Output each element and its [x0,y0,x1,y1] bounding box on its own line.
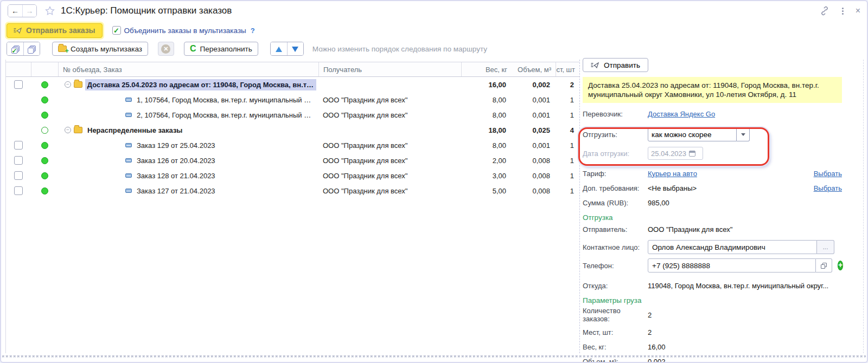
more-menu-icon[interactable] [842,8,844,15]
back-button[interactable]: ← [8,5,22,17]
status-green-icon [41,142,48,149]
send-button[interactable]: Отправить [583,58,648,72]
col-route-order[interactable]: № объезда, Заказ [58,62,318,76]
phone-copy-button[interactable] [816,258,832,273]
row-places: 1 [556,141,579,150]
carrier-label: Перевозчик: [583,110,648,118]
contact-more-button[interactable]: ... [817,240,834,254]
ship-input[interactable] [648,128,737,141]
merge-multiorders-checkbox[interactable]: ✓ Объединить заказы в мультизаказы ? [112,26,255,35]
row-name[interactable]: 1, 107564, Город Москва, вн.тер.г. муниц… [135,94,316,106]
row-name[interactable]: Заказ 128 от 21.04.2023 [135,170,218,182]
checkbox-checked-icon: ✓ [112,26,121,35]
col-weight[interactable]: Вес, кг [461,62,512,76]
row-volume: 0,008 [512,157,556,165]
tariff-link[interactable]: Курьер на авто [648,170,697,178]
row-weight: 8,00 [461,141,512,150]
requirements-choose-link[interactable]: Выбрать [814,184,842,192]
cancel-circle-icon: ✕ [161,44,170,54]
row-weight: 3,00 [461,172,512,180]
row-recipient: ООО "Праздник для всех" [318,96,461,104]
weight-value: 16,00 [648,343,666,351]
table-row[interactable]: − Нераспределенные заказы 18,00 0,025 4 [6,122,579,138]
row-volume: 0,008 [512,172,556,180]
row-checkbox[interactable] [14,171,23,180]
list-toolbar: ✓ + Создать мультизаказ ✕ C Перезаполнит… [7,41,861,56]
send-orders-button[interactable]: Отправить заказы [7,23,103,38]
move-up-button[interactable] [271,42,287,56]
row-checkbox[interactable] [14,80,23,89]
nav-history-group: ← → [8,4,37,17]
refill-button[interactable]: C Перезаполнить [184,42,258,56]
orders-count-label: Количество заказов: [583,307,648,323]
col-volume[interactable]: Объем, м³ [512,62,556,76]
status-green-icon [41,157,48,164]
sum-label: Сумма (RUB): [583,199,648,207]
row-recipient: ООО "Праздник для всех" [318,157,461,165]
row-name[interactable]: Заказ 127 от 21.04.2023 [135,185,218,197]
phone-input[interactable] [648,258,816,273]
dropdown-button[interactable] [737,128,750,141]
table-row[interactable]: Заказ 126 от 20.04.2023 ООО "Праздник дл… [6,153,579,168]
shipping-section-header: Отгрузка [583,213,842,222]
help-question-icon[interactable]: ? [251,27,255,35]
arrow-down-icon [292,47,298,52]
favorite-star-icon[interactable] [44,5,55,16]
order-item-icon [125,98,132,102]
ship-label: Отгрузить: [583,131,648,139]
row-volume: 0,001 [512,96,556,104]
row-places: 1 [556,187,579,195]
sender-value: ООО "Праздник для всех" [648,225,732,234]
table-row[interactable]: 1, 107564, Город Москва, вн.тер.г. муниц… [6,92,579,107]
uncheck-all-button[interactable] [23,42,40,56]
row-name[interactable]: Доставка 25.04.2023 по адресам от: 11904… [85,79,316,90]
tariff-choose-link[interactable]: Выбрать [814,170,842,178]
row-name[interactable]: 2, 107564, Город Москва, вн.тер.г. муниц… [135,109,316,121]
carrier-link[interactable]: Доставка Яндекс Go [648,110,715,118]
row-weight: 2,00 [461,157,512,165]
ship-date-field: 25.04.2023 [648,147,703,160]
action-row: Отправить заказы ✓ Объединить заказы в м… [7,23,861,38]
table-row[interactable]: − Доставка 25.04.2023 по адресам от: 119… [6,77,579,92]
table-row[interactable]: Заказ 128 от 21.04.2023 ООО "Праздник дл… [6,168,579,183]
row-recipient: ООО "Праздник для всех" [318,111,461,119]
pane-splitter[interactable] [579,60,580,353]
forward-button[interactable]: → [22,5,36,17]
row-checkbox[interactable] [14,156,23,165]
row-weight: 5,00 [461,187,512,195]
check-buttons-group: ✓ [7,42,40,56]
shipment-panel: Отправить Доставка 25.04.2023 по адресам… [583,58,842,363]
add-phone-button[interactable]: + [838,261,843,270]
check-all-button[interactable]: ✓ [7,42,23,56]
collapse-icon[interactable]: − [65,127,71,133]
collapse-icon[interactable]: − [65,81,71,88]
order-item-icon [125,189,132,193]
row-volume: 0,002 [512,81,556,89]
row-name[interactable]: Заказ 126 от 20.04.2023 [135,155,218,166]
close-icon[interactable]: × [856,6,860,16]
route-order-hint: Можно изменить порядок следования по мар… [312,45,487,53]
row-name[interactable]: Заказ 129 от 25.04.2023 [135,140,218,151]
places-label: Мест, шт: [583,328,648,336]
col-checkbox [6,62,31,76]
table-row[interactable]: 2, 107564, Город Москва, вн.тер.г. муниц… [6,107,579,122]
col-places[interactable]: Мест, шт [556,62,579,76]
contact-input[interactable] [648,240,817,254]
table-row[interactable]: Заказ 129 от 25.04.2023 ООО "Праздник дл… [6,138,579,153]
row-checkbox[interactable] [14,141,23,150]
move-down-button[interactable] [287,42,303,56]
row-name[interactable]: Нераспределенные заказы [85,125,184,136]
calendar-icon [689,151,695,157]
table-header: № объезда, Заказ Получатель Вес, кг Объе… [6,62,579,77]
row-checkbox[interactable] [14,186,23,195]
merge-checkbox-label: Объединить заказы в мультизаказы [124,27,246,35]
table-row[interactable]: Заказ 127 от 21.04.2023 ООО "Праздник дл… [6,183,579,198]
link-icon[interactable] [819,5,830,16]
row-places: 2 [556,81,579,89]
ship-combo [648,128,750,141]
create-multiorder-button[interactable]: + Создать мультизаказ [52,42,148,56]
row-volume: 0,001 [512,111,556,119]
delivery-info-box: Доставка 25.04.2023 по адресам от: 11904… [583,77,842,103]
sum-value: 985,00 [648,199,669,207]
col-recipient[interactable]: Получатель [318,62,461,76]
